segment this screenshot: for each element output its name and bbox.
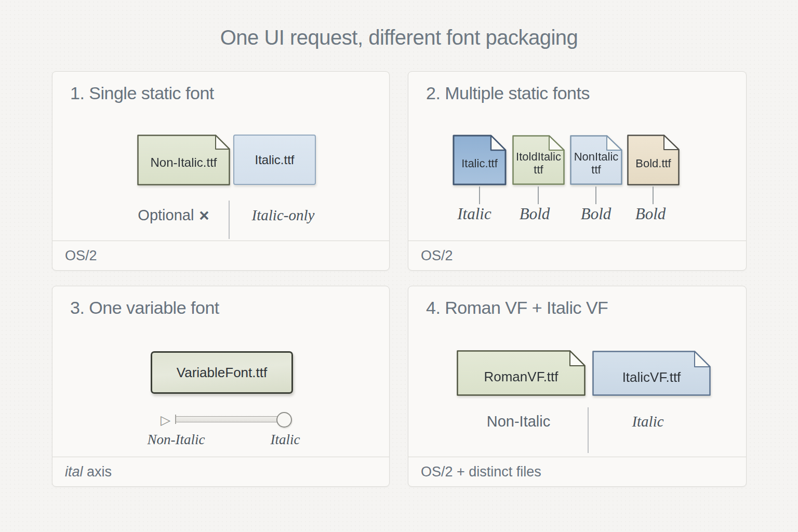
file-non-italic-ttf: Non-Italic.ttf — [137, 134, 231, 186]
panel-multiple-static-fonts: 2. Multiple static fonts Italic.ttf Itol… — [408, 71, 747, 271]
footer-ital-label: ital — [65, 464, 83, 480]
panel-one-variable-font: 3. One variable font VariableFont.ttf ▷ … — [52, 286, 390, 487]
slider-label-non-italic: Non-Italic — [124, 432, 228, 448]
panel3-heading: 3. One variable font — [70, 298, 219, 318]
file-label: RomanVF.ttf — [484, 361, 558, 384]
caption-optional-label: Optional — [138, 207, 194, 223]
file-variablefont-ttf: VariableFont.ttf — [151, 351, 293, 394]
connector-line — [538, 187, 539, 204]
panel1-footer: OS/2 — [52, 241, 389, 270]
file-nonitalic-ttf: NonItalic ttf — [569, 135, 623, 185]
file-label: Italic.ttf — [255, 153, 294, 167]
panel4-footer: OS/2 + distinct files — [408, 457, 746, 486]
panel-roman-vf-italic-vf: 4. Roman VF + Italic VF RomanVF.ttf Ital… — [408, 286, 747, 487]
connector-line — [595, 187, 596, 204]
file-italic-ttf: Italic.ttf — [452, 134, 507, 186]
file-label: Non-Italic.ttf — [150, 151, 217, 170]
diagram-canvas: One UI request, different font packaging… — [0, 0, 798, 532]
label-divider — [588, 407, 589, 453]
connector-line — [653, 187, 654, 204]
panel2-footer: OS/2 — [408, 241, 746, 270]
file-label: NonItalic ttf — [569, 143, 623, 176]
panel2-heading: 2. Multiple static fonts — [426, 83, 590, 103]
slider-label-italic: Italic — [233, 432, 337, 448]
play-icon: ▷ — [161, 414, 170, 427]
file-romanvf-ttf: RomanVF.ttf — [456, 350, 586, 396]
panel4-heading: 4. Roman VF + Italic VF — [426, 298, 608, 318]
caption-divider — [229, 201, 230, 239]
file-italic-ttf: Italic.ttf — [233, 135, 316, 185]
panel-single-static-font: 1. Single static font Non-Italic.ttf Ita… — [52, 71, 390, 271]
panel1-heading: 1. Single static font — [70, 83, 214, 103]
label-non-italic: Non-Italic — [467, 413, 570, 430]
caption-italic-only: Italic-only — [231, 207, 335, 224]
ital-axis-slider-knob[interactable] — [276, 412, 292, 428]
file-italicvf-ttf: ItalicVF.ttf — [592, 350, 711, 396]
x-icon: × — [194, 206, 209, 225]
file-label: ItalicVF.ttf — [622, 362, 681, 385]
file-label: VariableFont.ttf — [177, 365, 267, 381]
label-italic: Italic — [596, 413, 700, 430]
file-label: Italic.ttf — [461, 150, 498, 170]
ital-axis-slider-track — [176, 416, 285, 422]
file-label: ItoldItalic ttf — [512, 143, 565, 176]
panel3-footer: ital axis — [52, 457, 389, 486]
style-tag: Bold — [614, 205, 687, 223]
file-bolditalic-ttf: ItoldItalic ttf — [512, 135, 565, 185]
page-title: One UI request, different font packaging — [0, 26, 798, 49]
caption-optional: Optional× — [114, 206, 233, 225]
connector-line — [479, 187, 480, 204]
file-bold-ttf: Bold.ttf — [627, 134, 680, 186]
footer-axis-label: axis — [83, 464, 112, 480]
file-label: Bold.ttf — [635, 150, 671, 170]
